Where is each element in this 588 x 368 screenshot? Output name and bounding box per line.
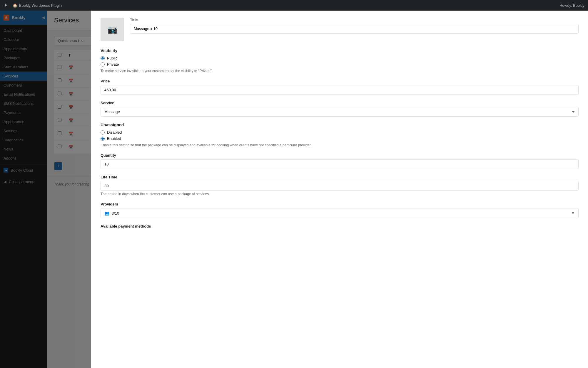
visibility-private-option[interactable]: Private bbox=[101, 62, 579, 67]
providers-label: Providers bbox=[101, 202, 579, 206]
wp-logo-icon: ✦ bbox=[4, 2, 8, 9]
admin-bar: ✦ 🏠 Bookly Wordpress Plugin Howdy, Bookl… bbox=[0, 0, 588, 11]
title-input[interactable] bbox=[130, 24, 579, 34]
visibility-hint: To make service invisible to your custom… bbox=[101, 69, 579, 73]
form-title-col: Title bbox=[130, 18, 579, 34]
payment-methods-label: Available payment methods bbox=[101, 224, 579, 228]
unassigned-enabled-option[interactable]: Enabled bbox=[101, 136, 579, 141]
visibility-private-label: Private bbox=[107, 62, 119, 67]
lifetime-label: Life Time bbox=[101, 175, 579, 179]
visibility-label: Visibility bbox=[101, 48, 579, 53]
unassigned-enabled-label: Enabled bbox=[107, 136, 121, 141]
site-name[interactable]: 🏠 Bookly Wordpress Plugin bbox=[13, 3, 62, 8]
payment-methods-section: Available payment methods bbox=[101, 224, 579, 228]
providers-icon: 👥 bbox=[104, 211, 109, 216]
lifetime-input[interactable] bbox=[101, 181, 579, 191]
unassigned-disabled-radio[interactable] bbox=[101, 130, 105, 135]
visibility-public-label: Public bbox=[107, 56, 117, 60]
unassigned-section: Unassigned Disabled Enabled Enable this … bbox=[101, 122, 579, 147]
lifetime-section: Life Time The period in days when the cu… bbox=[101, 175, 579, 196]
price-input[interactable] bbox=[101, 85, 579, 95]
providers-section: Providers 👥 3/10 ▼ bbox=[101, 202, 579, 218]
visibility-section: Visibility Public Private To make servic… bbox=[101, 48, 579, 73]
visibility-private-radio[interactable] bbox=[101, 62, 105, 67]
service-section: Service Massage Other bbox=[101, 101, 579, 117]
providers-value: 3/10 bbox=[112, 211, 569, 216]
title-label: Title bbox=[130, 18, 579, 22]
unassigned-disabled-option[interactable]: Disabled bbox=[101, 130, 579, 135]
visibility-radio-group: Public Private bbox=[101, 56, 579, 67]
camera-icon: 📷 bbox=[107, 25, 118, 34]
quantity-label: Quantity bbox=[101, 153, 579, 158]
lifetime-hint: The period in days when the customer can… bbox=[101, 192, 579, 196]
unassigned-hint: Enable this setting so that the package … bbox=[101, 143, 579, 147]
price-section: Price bbox=[101, 79, 579, 95]
visibility-public-option[interactable]: Public bbox=[101, 56, 579, 60]
service-select[interactable]: Massage Other bbox=[101, 107, 579, 117]
form-header-row: 📷 Title bbox=[101, 18, 579, 41]
price-label: Price bbox=[101, 79, 579, 83]
dialog-panel: 📷 Title Visibility Public Private To mak… bbox=[91, 11, 588, 368]
providers-selector[interactable]: 👥 3/10 ▼ bbox=[101, 208, 579, 218]
unassigned-enabled-radio[interactable] bbox=[101, 137, 105, 141]
quantity-section: Quantity bbox=[101, 153, 579, 169]
unassigned-label: Unassigned bbox=[101, 122, 579, 127]
visibility-public-radio[interactable] bbox=[101, 56, 105, 60]
providers-chevron-icon: ▼ bbox=[571, 211, 575, 215]
quantity-input[interactable] bbox=[101, 159, 579, 169]
home-icon: 🏠 bbox=[13, 3, 17, 8]
unassigned-radio-group: Disabled Enabled bbox=[101, 130, 579, 141]
user-greeting: Howdy, Bookly bbox=[559, 3, 584, 8]
service-label: Service bbox=[101, 101, 579, 105]
service-image[interactable]: 📷 bbox=[101, 18, 124, 41]
unassigned-disabled-label: Disabled bbox=[107, 130, 122, 135]
